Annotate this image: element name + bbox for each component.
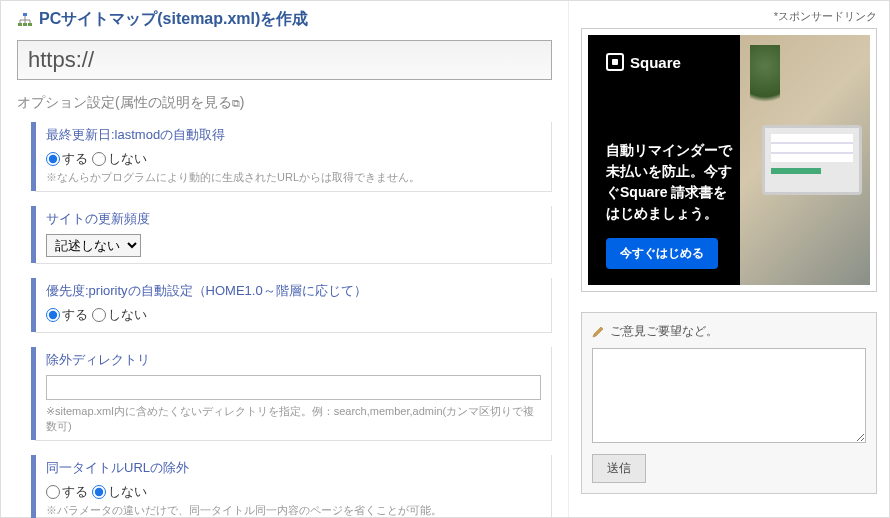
radio-lastmod-yes-input[interactable]: [46, 152, 60, 166]
radio-sametitle-no-input[interactable]: [92, 485, 106, 499]
sponsor-label: *スポンサードリンク: [581, 9, 877, 24]
svg-rect-1: [18, 23, 22, 26]
legend-exclude: 除外ディレクトリ: [46, 351, 541, 369]
input-exclude[interactable]: [46, 375, 541, 400]
note-sametitle: ※パラメータの違いだけで、同一タイトル同一内容のページを省くことが可能。: [46, 503, 541, 518]
radio-sametitle-no[interactable]: しない: [92, 483, 147, 501]
note-lastmod: ※なんらかプログラムにより動的に生成されたURLからは取得できません。: [46, 170, 541, 185]
page-title: PCサイトマップ(sitemap.xml)を作成: [17, 9, 552, 30]
square-logo-icon: [606, 53, 624, 71]
radio-lastmod-yes[interactable]: する: [46, 150, 88, 168]
fieldset-sametitle: 同一タイトルURLの除外 する しない ※パラメータの違いだけで、同一タイトル同…: [35, 455, 552, 518]
radio-priority-yes[interactable]: する: [46, 306, 88, 324]
ad-logo: Square: [606, 53, 681, 71]
radio-sametitle-yes-input[interactable]: [46, 485, 60, 499]
options-label: オプション設定(属性の説明を見る⧉): [17, 94, 552, 112]
radio-sametitle-yes[interactable]: する: [46, 483, 88, 501]
legend-freq: サイトの更新頻度: [46, 210, 541, 228]
legend-lastmod: 最終更新日:lastmodの自動取得: [46, 126, 541, 144]
ad-cta-button[interactable]: 今すぐはじめる: [606, 238, 718, 269]
legend-priority: 優先度:priorityの自動設定（HOME1.0～階層に応じて）: [46, 282, 541, 300]
radio-priority-no[interactable]: しない: [92, 306, 147, 324]
sitemap-icon: [17, 12, 33, 28]
radio-lastmod-no-input[interactable]: [92, 152, 106, 166]
fieldset-lastmod: 最終更新日:lastmodの自動取得 する しない ※なんらかプログラムにより動…: [35, 122, 552, 192]
select-freq[interactable]: 記述しない: [46, 234, 141, 257]
radio-lastmod-no[interactable]: しない: [92, 150, 147, 168]
fieldset-freq: サイトの更新頻度 記述しない: [35, 206, 552, 264]
legend-sametitle: 同一タイトルURLの除外: [46, 459, 541, 477]
ad-image: [740, 35, 870, 285]
pencil-icon: [592, 326, 604, 338]
external-link-icon[interactable]: ⧉: [232, 97, 240, 110]
page-title-text: PCサイトマップ(sitemap.xml)を作成: [39, 9, 308, 30]
feedback-textarea[interactable]: [592, 348, 866, 443]
url-input[interactable]: [17, 40, 552, 80]
feedback-title: ご意見ご要望など。: [592, 323, 866, 340]
ad-banner[interactable]: ⓘ✕ Square 自動リマインダーで未払いを防止。今すぐSquare 請求書を…: [588, 35, 870, 285]
fieldset-exclude: 除外ディレクトリ ※sitemap.xml内に含めたくないディレクトリを指定。例…: [35, 347, 552, 441]
ad-container: ⓘ✕ Square 自動リマインダーで未払いを防止。今すぐSquare 請求書を…: [581, 28, 877, 292]
note-exclude: ※sitemap.xml内に含めたくないディレクトリを指定。例：search,m…: [46, 404, 541, 434]
feedback-box: ご意見ご要望など。 送信: [581, 312, 877, 494]
send-button[interactable]: 送信: [592, 454, 646, 483]
radio-priority-no-input[interactable]: [92, 308, 106, 322]
ad-text: 自動リマインダーで未払いを防止。今すぐSquare 請求書をはじめましょう。: [606, 140, 736, 224]
svg-rect-2: [23, 23, 27, 26]
radio-priority-yes-input[interactable]: [46, 308, 60, 322]
fieldset-priority: 優先度:priorityの自動設定（HOME1.0～階層に応じて） する しない: [35, 278, 552, 333]
svg-rect-0: [23, 13, 27, 16]
svg-rect-3: [28, 23, 32, 26]
